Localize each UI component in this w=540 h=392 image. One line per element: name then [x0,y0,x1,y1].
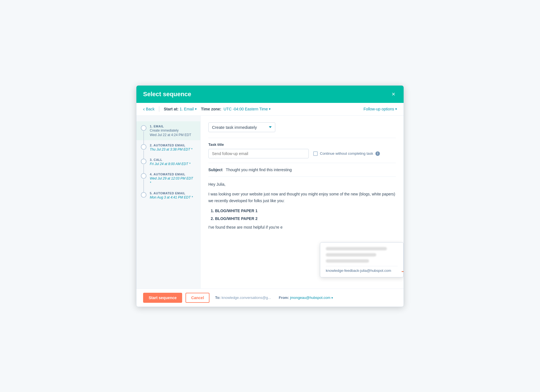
tooltip-email-address: knowledge-feedback-julia@hubspot.com [326,268,391,273]
step-type-2: 2. AUTOMATED EMAIL [150,144,192,147]
step-timing-1b: Wed Jul 22 at 4:24 PM EDT [150,133,191,137]
section-divider-1 [208,138,396,138]
step-content-3: 3. CALL Fri Jul 24 at 8:00 AM EDT * [150,158,191,166]
close-button[interactable]: × [390,91,397,98]
email-list: BLOG/WHITE PAPER 1 BLOG/WHITE PAPER 2 [215,208,396,222]
blurred-line-1 [326,247,387,250]
step-content-1: 1. EMAIL Create immediately Wed Jul 22 a… [150,125,191,137]
footer-from: From: jmongeau@hubspot.com [279,296,333,300]
sidebar-step-3[interactable]: 3. CALL Fri Jul 24 at 8:00 AM EDT * [136,155,200,169]
blurred-line-3 [326,259,369,263]
start-at-label: Start at: [164,107,179,111]
step-timing-4: Wed Jul 29 at 12:03 PM EDT [150,176,193,180]
select-sequence-modal: Select sequence × Back Start at: 1. Emai… [136,85,404,307]
tooltip-email-row[interactable]: knowledge-feedback-julia@hubspot.com [326,266,398,273]
task-title-row: Continue without completing task i [208,149,396,158]
continue-checkbox[interactable] [313,151,318,156]
step-type-4: 4. AUTOMATED EMAIL [150,173,193,176]
subject-row: Subject Thought you might find this inte… [208,168,396,172]
start-sequence-button[interactable]: Start sequence [143,293,182,303]
email-tooltip: knowledge-feedback-julia@hubspot.com [320,242,404,277]
main-content: Create task immediately Task title Conti… [201,116,404,289]
start-at-dropdown[interactable]: 1. Email [180,107,197,111]
continue-without-label: Continue without completing task [320,151,373,156]
timezone-dropdown[interactable]: UTC -04:00 Eastern Time [223,107,271,111]
step-timing-1a: Create immediately [150,129,191,132]
blurred-line-2 [326,253,376,257]
section-divider-2 [208,163,396,163]
step-timing-5: Mon Aug 3 at 4:41 PM EDT * [150,195,193,199]
create-task-dropdown[interactable]: Create task immediately [208,122,275,132]
sidebar-step-1[interactable]: 1. EMAIL Create immediately Wed Jul 22 a… [136,121,200,140]
subject-text: Thought you might find this interesting [226,168,292,172]
arrow-icon [402,269,404,274]
step-content-2: 2. AUTOMATED EMAIL Thu Jul 23 at 3:38 PM… [150,144,192,151]
modal-body: 1. EMAIL Create immediately Wed Jul 22 a… [136,116,404,289]
modal-header: Select sequence × [136,86,404,103]
sidebar-step-2[interactable]: 2. AUTOMATED EMAIL Thu Jul 23 at 3:38 PM… [136,140,200,155]
chevron-down-icon [269,126,272,128]
modal-nav: Back Start at: 1. Email Time zone: UTC -… [136,103,404,116]
create-task-label: Create task immediately [212,125,257,130]
follow-up-options[interactable]: Follow-up options [363,107,397,111]
task-title-label: Task title [208,142,396,147]
step-type-1: 1. EMAIL [150,125,191,128]
task-title-input[interactable] [208,149,309,158]
step-circle-3 [141,159,146,164]
step-timing-4b: * [150,181,193,185]
step-content-5: 5. AUTOMATED EMAIL Mon Aug 3 at 4:41 PM … [150,192,193,199]
section-divider-3 [208,176,396,177]
footer-to: To: knowledge.conversations@g... [215,296,271,300]
modal-title: Select sequence [143,91,191,98]
nav-divider [159,106,159,112]
footer-from-dropdown[interactable]: jmongeau@hubspot.com [290,296,333,300]
step-circle-2 [141,144,146,150]
info-icon: i [375,151,380,156]
timezone-label: Time zone: [201,107,221,111]
step-timing-2: Thu Jul 23 at 3:38 PM EDT * [150,147,192,151]
email-list-item-1: BLOG/WHITE PAPER 1 [215,208,396,214]
footer-to-label: To: [215,296,220,300]
modal-footer: Start sequence Cancel To: knowledge.conv… [136,289,404,307]
step-content-4: 4. AUTOMATED EMAIL Wed Jul 29 at 12:03 P… [150,173,193,185]
email-body-2: I've found these are most helpful if you… [208,224,396,231]
step-circle-4 [141,173,146,179]
step-circle-1 [141,125,146,131]
email-body-1: I was looking over your website just now… [208,191,396,204]
step-type-3: 3. CALL [150,158,191,161]
email-greeting: Hey Julia, [208,181,396,188]
sidebar: 1. EMAIL Create immediately Wed Jul 22 a… [136,116,201,289]
footer-from-label: From: [279,296,289,300]
sidebar-step-4[interactable]: 4. AUTOMATED EMAIL Wed Jul 29 at 12:03 P… [136,169,200,188]
email-body: Hey Julia, I was looking over your websi… [208,181,396,231]
email-list-item-2: BLOG/WHITE PAPER 2 [215,216,396,222]
continue-without-task: Continue without completing task i [313,151,380,156]
back-link[interactable]: Back [143,106,155,112]
sidebar-step-5[interactable]: 5. AUTOMATED EMAIL Mon Aug 3 at 4:41 PM … [136,188,200,203]
step-timing-3: Fri Jul 24 at 8:00 AM EDT * [150,162,191,166]
step-circle-5 [141,192,146,198]
footer-to-value: knowledge.conversations@g... [221,296,271,300]
step-type-5: 5. AUTOMATED EMAIL [150,192,193,195]
cancel-button[interactable]: Cancel [185,293,209,303]
subject-label: Subject [208,168,223,172]
